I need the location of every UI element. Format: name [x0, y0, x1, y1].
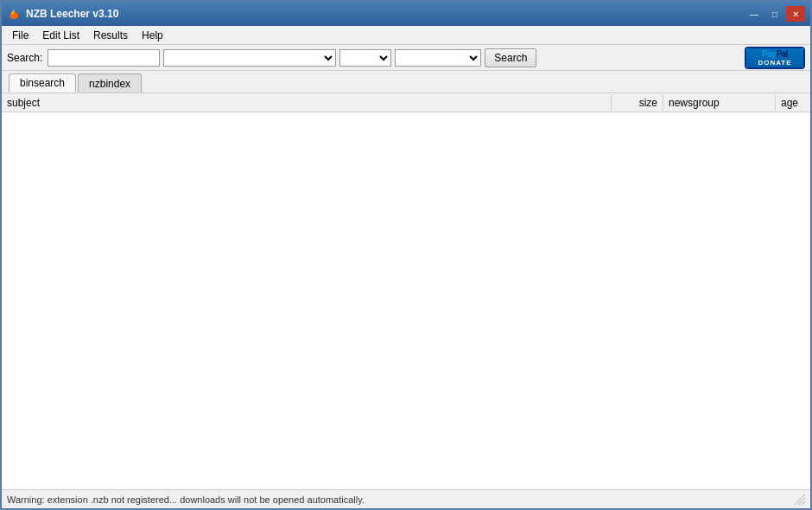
search-label: Search:	[7, 52, 42, 64]
category-dropdown[interactable]	[163, 49, 336, 67]
search-button[interactable]: Search	[485, 48, 536, 67]
search-input[interactable]	[48, 49, 160, 67]
table-header: subject size newsgroup age	[2, 93, 810, 112]
filter-dropdown1[interactable]	[339, 49, 391, 67]
toolbar: Search: Search PayPal DONATE	[2, 45, 810, 71]
window-controls: — □ ✕	[745, 6, 805, 22]
tabs-bar: binsearch nzbindex	[2, 71, 810, 93]
donate-label: DONATE	[758, 59, 791, 67]
filter-dropdown2[interactable]	[395, 49, 481, 67]
menubar: File Edit List Results Help	[2, 26, 810, 45]
column-size[interactable]: size	[612, 95, 663, 111]
menu-file[interactable]: File	[5, 28, 35, 43]
results-area	[2, 112, 810, 489]
close-button[interactable]: ✕	[786, 6, 805, 22]
titlebar: NZB Leecher v3.10 — □ ✕	[2, 2, 810, 26]
app-title: NZB Leecher v3.10	[26, 8, 745, 20]
menu-results[interactable]: Results	[86, 28, 135, 43]
column-subject[interactable]: subject	[2, 95, 612, 111]
resize-grip[interactable]	[795, 494, 805, 505]
svg-line-2	[798, 498, 805, 505]
menu-editlist[interactable]: Edit List	[35, 28, 86, 43]
svg-line-3	[802, 501, 805, 505]
maximize-button[interactable]: □	[765, 6, 784, 22]
tab-nzbindex[interactable]: nzbindex	[78, 73, 142, 92]
minimize-button[interactable]: —	[745, 6, 764, 22]
tab-binsearch[interactable]: binsearch	[9, 73, 76, 92]
statusbar: Warning: extension .nzb not registered..…	[2, 489, 810, 508]
paypal-donate-button[interactable]: PayPal DONATE	[745, 47, 805, 69]
status-message: Warning: extension .nzb not registered..…	[7, 494, 795, 505]
menu-help[interactable]: Help	[135, 28, 170, 43]
column-age[interactable]: age	[776, 95, 810, 111]
app-icon	[7, 7, 21, 21]
paypal-logo: PayPal	[762, 49, 788, 59]
column-newsgroup[interactable]: newsgroup	[663, 95, 776, 111]
